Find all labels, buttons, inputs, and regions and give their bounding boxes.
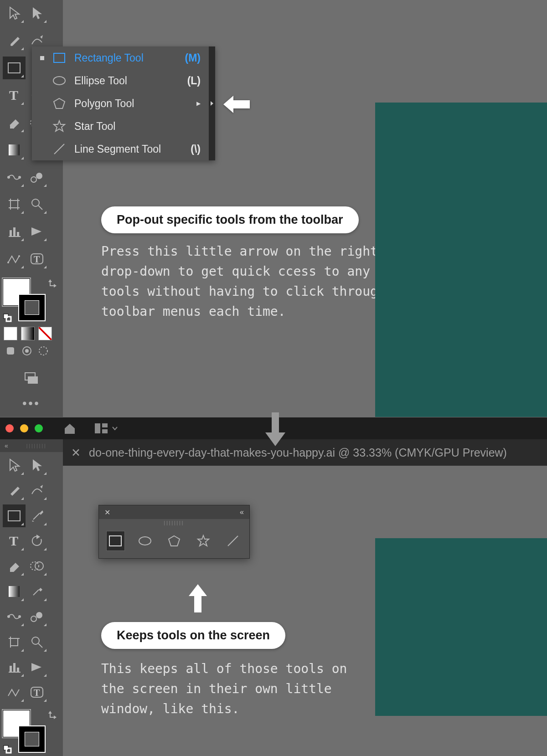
draw-behind[interactable] <box>20 344 34 358</box>
puppet-warp-tool[interactable] <box>3 681 26 704</box>
home-button[interactable] <box>63 422 77 435</box>
gradient-tool[interactable] <box>3 139 26 161</box>
pen-tool[interactable] <box>3 479 26 502</box>
touch-type-tool[interactable]: T <box>26 681 48 704</box>
top-illustration-panel: T <box>0 0 547 417</box>
traffic-minimize-icon[interactable] <box>20 424 28 432</box>
panel-line-tool[interactable] <box>224 531 242 551</box>
width-tool[interactable] <box>3 605 26 628</box>
flyout-item-ellipse[interactable]: Ellipse Tool (L) <box>32 69 209 92</box>
panel-header[interactable]: ✕ « <box>99 505 249 519</box>
annotation-bubble-2: Keeps tools on the screen <box>101 622 285 649</box>
selection-tool[interactable] <box>3 2 26 25</box>
rectangle-tool[interactable] <box>3 57 26 79</box>
flyout-item-star[interactable]: Star Tool <box>32 115 209 138</box>
zoom-tool[interactable] <box>26 631 48 653</box>
rotate-tool[interactable] <box>26 530 48 552</box>
svg-point-53 <box>32 637 39 644</box>
column-graph-tool[interactable] <box>3 220 26 243</box>
color-mode-solid[interactable] <box>4 327 17 340</box>
draw-normal[interactable] <box>4 344 17 358</box>
flyout-active-dot-icon <box>40 56 44 60</box>
svg-point-8 <box>31 177 36 182</box>
shapes-floating-panel[interactable]: ✕ « |||||||| <box>98 505 250 559</box>
flyout-item-line[interactable]: Line Segment Tool (\) <box>32 138 209 160</box>
direct-selection-tool[interactable] <box>26 454 48 477</box>
slice-tool[interactable] <box>26 220 48 243</box>
shape-builder-tool[interactable] <box>26 555 48 577</box>
slice-tool[interactable] <box>26 656 48 679</box>
document-tab-title[interactable]: do-one-thing-every-day-that-makes-you-ha… <box>89 446 507 459</box>
swap-fill-stroke-icon[interactable] <box>48 711 58 723</box>
column-graph-tool[interactable] <box>3 656 26 679</box>
svg-rect-1 <box>8 63 20 73</box>
toolbar-collapse-handle[interactable]: « |||||||| <box>0 439 63 452</box>
default-fill-stroke-icon[interactable] <box>3 745 12 754</box>
eyedropper-tool[interactable] <box>26 580 48 603</box>
symbol-sprayer-tool[interactable] <box>26 166 48 189</box>
svg-point-7 <box>18 176 21 179</box>
tab-close-icon[interactable]: ✕ <box>71 446 81 459</box>
color-mode-gradient[interactable] <box>21 327 35 340</box>
flyout-item-polygon[interactable]: Polygon Tool ▶ <box>32 92 209 115</box>
svg-rect-18 <box>10 230 12 237</box>
traffic-close-icon[interactable] <box>5 424 14 432</box>
svg-point-47 <box>18 615 21 618</box>
panel-polygon-tool[interactable] <box>165 531 183 551</box>
paintbrush-tool[interactable] <box>26 504 48 527</box>
svg-point-49 <box>36 612 42 618</box>
traffic-zoom-icon[interactable] <box>35 424 43 432</box>
panel-close-icon[interactable]: ✕ <box>104 508 110 517</box>
panel-star-tool[interactable] <box>194 531 212 551</box>
tearoff-handle[interactable] <box>209 46 215 160</box>
stroke-swatch[interactable] <box>18 725 46 753</box>
color-mode-none[interactable] <box>38 327 52 340</box>
svg-rect-56 <box>10 666 12 672</box>
svg-line-37 <box>54 144 64 154</box>
svg-line-16 <box>38 206 42 210</box>
svg-line-67 <box>228 536 238 546</box>
artboard-tool[interactable] <box>3 631 26 653</box>
flyout-label: Star Tool <box>74 120 174 133</box>
panel-collapse-icon[interactable]: « <box>240 508 244 516</box>
rectangle-tool[interactable] <box>3 504 26 527</box>
stroke-swatch[interactable] <box>18 294 46 321</box>
curvature-tool[interactable] <box>26 479 48 502</box>
flyout-item-rectangle[interactable]: Rectangle Tool (M) <box>32 46 209 69</box>
draw-inside[interactable] <box>36 344 50 358</box>
flyout-label: Line Segment Tool <box>74 143 174 155</box>
change-screen-mode[interactable] <box>3 367 60 390</box>
eraser-tool[interactable] <box>3 111 26 134</box>
gradient-tool[interactable] <box>3 580 26 603</box>
svg-rect-5 <box>9 144 20 155</box>
artboard-tool[interactable] <box>3 193 26 216</box>
line-icon <box>52 143 66 155</box>
edit-toolbar-button[interactable]: ••• <box>3 394 60 412</box>
selection-tool[interactable] <box>3 454 26 477</box>
eraser-tool[interactable] <box>3 555 26 577</box>
chevron-down-icon <box>112 426 118 431</box>
symbol-sprayer-tool[interactable] <box>26 605 48 628</box>
document-arrange-button[interactable] <box>95 423 118 433</box>
puppet-warp-tool[interactable] <box>3 247 26 270</box>
touch-type-tool[interactable]: T <box>26 247 48 270</box>
width-tool[interactable] <box>3 166 26 189</box>
svg-point-30 <box>39 347 47 355</box>
panel-rectangle-tool[interactable] <box>106 531 125 551</box>
svg-rect-62 <box>6 748 11 753</box>
type-tool[interactable]: T <box>3 530 26 552</box>
panel-ellipse-tool[interactable] <box>136 531 154 551</box>
zoom-tool[interactable] <box>26 193 48 216</box>
pen-tool[interactable] <box>3 29 26 52</box>
flyout-shortcut: (\) <box>182 143 201 155</box>
panel-grip-icon[interactable]: |||||||| <box>99 519 249 526</box>
swap-fill-stroke-icon[interactable] <box>48 279 58 291</box>
default-fill-stroke-icon[interactable] <box>3 313 12 322</box>
artboard-canvas <box>375 103 547 417</box>
direct-selection-tool[interactable] <box>26 2 48 25</box>
shape-tools-flyout[interactable]: Rectangle Tool (M) Ellipse Tool (L) Poly… <box>32 46 215 160</box>
submenu-arrow-icon: ▶ <box>195 100 201 107</box>
svg-rect-58 <box>17 668 19 672</box>
type-tool[interactable]: T <box>3 84 26 107</box>
document-tab-bar: ✕ do-one-thing-every-day-that-makes-you-… <box>63 439 547 466</box>
